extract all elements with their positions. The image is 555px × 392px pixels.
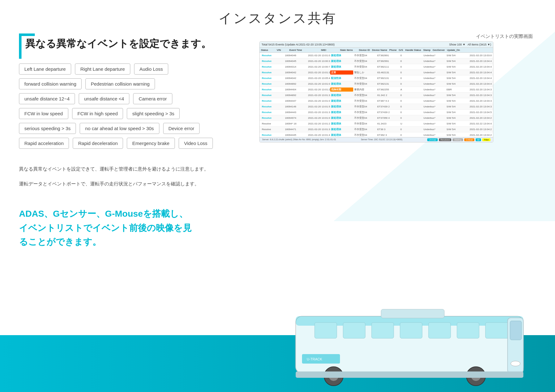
description-line-2: 運転データとイベントポートで、運転手の走行状況とパフォーマンスを確認します。 [19,179,536,188]
tag-device-error[interactable]: Device error [163,123,200,134]
tag-video-loss[interactable]: Video Loss [179,138,213,149]
btn-unread[interactable]: Unread [427,138,438,141]
btn-filter[interactable]: Filter [482,138,490,141]
tag-rapid-decel[interactable]: Rapid deceleration [73,138,123,149]
tag-emergency-brake[interactable]: Emergency brake [127,138,175,149]
tag-serious-speeding[interactable]: serious speeding > 3s [19,123,76,134]
big-title-container: 異なる異常なイベントを設定できます。 [19,33,234,54]
description-line-1: 異なる異常なイベントを設定できて、運転手と管理者に意外を避けるように注意します。 [19,165,536,173]
svg-rect-1 [296,316,523,326]
table-footer-buttons: Unread Resolved Waiting Critical All Fil… [427,138,490,141]
table-row: Resolve 16094045 2021-02-20 13:00:31 新処理… [260,58,493,64]
tag-no-car-ahead[interactable]: no car ahead at low speed > 30s [80,123,159,134]
event-table: Total 5415 Events (Update At:2021-02-20 … [260,42,493,142]
table-row: Resolve 16094404 2021-02-20 13:01:20 危険状… [260,87,493,93]
table-header: Total 5415 Events (Update At:2021-02-20 … [260,42,493,48]
tag-left-lane[interactable]: Left Lane departure [19,63,71,75]
tags-row-6: Rapid acceleration Rapid deceleration Em… [19,138,234,149]
table-controls: Show 100 ▼ All Items (3415 ▼) [449,43,491,46]
accent-text-section: ADAS、Gセンサー、G-Mouseを搭載し、 イベントリストでイベント前後の映… [0,194,555,249]
column-headers: Status VIN Event Time IMEI State Items D… [260,48,493,53]
table-row: Resolve 16094471 2021-02-20 13:01:30 新処理… [260,127,493,132]
tag-forward-collision[interactable]: forward collision warning [19,78,82,89]
description-section: 異なる異常なイベントを設定できて、運転手と管理者に意外を避けるように注意します。… [0,165,555,188]
col-status: Status [261,49,277,51]
table-row: Resolve 16094892 2021-02-20 13:01:08 新処理… [260,81,493,87]
event-list-label: イベントリストの実際画面 [240,33,536,39]
table-row: Resolve 16094892 2021-02-20 13:01:36 新処理… [260,93,493,98]
table-row: Resolve 16094046 2021-02-20 13:01:04 新処理… [260,53,493,58]
btn-waiting[interactable]: Waiting [453,138,463,141]
tag-pedestrian-collision[interactable]: Pedestrian collision warning [85,78,155,89]
table-row: Resolve 16094042 2021-02-20 13:05:41 配信性… [260,75,493,81]
tags-row-2: forward collision warning Pedestrian col… [19,78,234,89]
table-title: Total 5415 Events (Update At:2021-02-20 … [262,43,335,46]
table-row: Resolve 16094443 2021-02-20 13:01:30 新処理… [260,110,493,115]
svg-rect-17 [381,309,444,318]
tags-row-1: Left Lane departure Right Lane departure… [19,63,234,75]
table-row: Resolve 16094042 2021-02-20 13:01:34 正常 … [260,70,493,75]
right-panel: イベントリストの実際画面 Total 5415 Events (Update A… [240,33,536,155]
table-footer: Server: 6.8.2.22.chuife (select) 2Man Av… [260,137,493,142]
table-row: Resolve 16094974 2021-02-20 13:01:00 新処理… [260,115,493,121]
accent-headline: ADAS、Gセンサー、G-Mouseを搭載し、 イベントリストでイベント前後の映… [19,207,536,249]
tag-rapid-accel[interactable]: Rapid acceleration [19,138,69,149]
page-wrapper: インスタンス共有 異なる異常なイベントを設定できます。 Left Lane de… [0,0,555,392]
col-imei: IMEI [321,49,340,51]
table-row: Resolve 16094447 2021-02-20 13:01:07 新処理… [260,98,493,104]
col-time: Event Time [289,49,321,51]
tag-audio-loss[interactable]: Audio Loss [134,63,168,75]
table-row: Resolve 16094314 2021-02-20 13:00:79 新処理… [260,64,493,70]
tag-unsafe-distance-12[interactable]: unsafe distance 12~4 [19,93,75,104]
table-footer-right: Server Time: 20C /S1/2C 13:13:13(+0800) [361,138,402,141]
tag-slight-speeding[interactable]: slight speeding > 3s [127,108,180,119]
tag-fcw-high[interactable]: FCW in high speed [72,108,123,119]
col-vin: VIN [277,49,289,51]
left-panel: 異なる異常なイベントを設定できます。 Left Lane departure R… [19,33,234,155]
tag-right-lane[interactable]: Right Lane departure [75,63,130,75]
bracket-decoration [19,33,22,59]
tag-camera-error[interactable]: Camera error [133,93,172,104]
main-headline: 異なる異常なイベントを設定できます。 [19,33,234,54]
screenshot-panel: Total 5415 Events (Update At:2021-02-20 … [259,41,493,142]
content-row: 異なる異常なイベントを設定できます。 Left Lane departure R… [0,33,555,155]
col-state: State Items [340,49,359,51]
tags-row-3: unsafe distance 12~4 unsafe distance <4 … [19,93,234,104]
tags-section: Left Lane departure Right Lane departure… [19,63,234,149]
tags-row-5: serious speeding > 3s no car ahead at lo… [19,123,234,134]
page-title: インスタンス共有 [0,0,555,33]
bracket-top-decoration [19,33,35,36]
col-rest: Device ID Device Name Phone G/S Handle S… [359,49,492,51]
tag-fcw-low[interactable]: FCW in low speed [19,108,68,119]
btn-crit[interactable]: Critical [464,138,474,141]
btn-all[interactable]: All [476,138,481,141]
table-row: Resolve 16094* 16 2021-02-20 13:01:20 新処… [260,121,493,127]
bottom-background [0,335,555,392]
tag-unsafe-distance-4[interactable]: unsafe distance <4 [79,93,129,104]
btn-resolved[interactable]: Resolved [439,138,451,141]
tags-row-4: FCW in low speed FCW in high speed sligh… [19,108,234,119]
table-footer-left: Server: 6.8.2.22.chuife (select) 2Man Av… [262,138,336,141]
table-row: Resolve 16094146 2021-02-20 13:01:52 新処理… [260,104,493,110]
